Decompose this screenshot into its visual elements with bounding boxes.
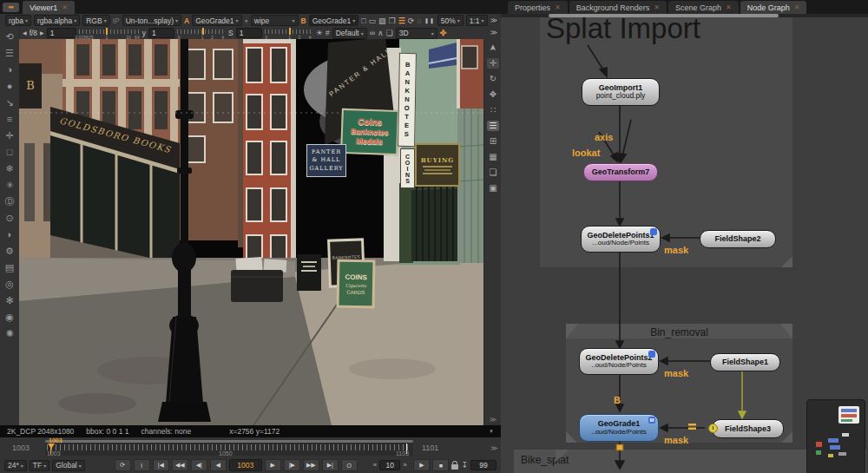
- render-download-icon[interactable]: ↧: [461, 461, 468, 470]
- node-geodeletepoints1[interactable]: GeoDeletePoints1 ...oud/Node/Points: [581, 226, 661, 253]
- next-keyframe-button[interactable]: ▶▶: [303, 459, 319, 471]
- playhead-marker[interactable]: [48, 443, 55, 449]
- range-out-field[interactable]: 1101: [422, 443, 438, 452]
- display-window-icon[interactable]: □: [361, 16, 365, 25]
- gamma-slider[interactable]: 0 1 2 4: [177, 28, 226, 39]
- contactsheet-icon[interactable]: ▦: [487, 152, 499, 162]
- filter-icon[interactable]: ●: [7, 81, 13, 91]
- frame-increment-field[interactable]: 10: [379, 460, 400, 470]
- roi-icon[interactable]: ❏: [386, 29, 393, 37]
- flipbook-play-button[interactable]: ▶: [413, 459, 430, 471]
- pane-menu-icon[interactable]: ➡: [3, 3, 19, 12]
- merge-icon[interactable]: ≡: [7, 114, 12, 124]
- step-back-button[interactable]: ◀|: [191, 459, 207, 471]
- tab-node-graph[interactable]: Node Graph✕: [740, 1, 807, 14]
- checker-icon[interactable]: ▨: [378, 16, 386, 25]
- stereo-icon[interactable]: ∞: [370, 29, 375, 37]
- pause-icon[interactable]: ❚❚: [424, 16, 435, 25]
- loop-mode-button[interactable]: ⟳: [115, 459, 131, 471]
- node-geograde1[interactable]: GeoGrade1 ..oud/Node/Points M: [579, 414, 659, 442]
- tab-scene-graph[interactable]: Scene Graph✕: [668, 1, 739, 14]
- gain-slider[interactable]: 0.015625 1 10 64: [79, 28, 140, 39]
- node-fieldshape2[interactable]: FieldShape2: [700, 230, 776, 248]
- stop-button[interactable]: ■: [432, 459, 449, 471]
- play-forward-button[interactable]: ▶: [265, 459, 281, 471]
- step-forward-button[interactable]: |▶: [284, 459, 300, 471]
- zoom-dropdown[interactable]: 50%▾: [437, 15, 464, 26]
- frame-icon[interactable]: ❏: [487, 168, 499, 178]
- timeline-scrollbar[interactable]: [45, 440, 413, 443]
- skew-icon[interactable]: ∷: [487, 105, 499, 115]
- node-graph-canvas[interactable]: Splat Import Bin_removal Bike_splat: [501, 17, 868, 473]
- tab-viewer1[interactable]: Viewer1 ✕: [23, 1, 75, 14]
- current-frame-field[interactable]: 1003: [229, 459, 262, 471]
- gain-next-icon[interactable]: ▶: [40, 29, 44, 37]
- transform-icon[interactable]: ↘: [5, 97, 13, 108]
- select-cursor-icon[interactable]: ➤: [488, 42, 498, 54]
- tab-properties[interactable]: Properties✕: [508, 1, 568, 14]
- fps-dropdown[interactable]: 24*▾: [4, 460, 27, 471]
- rotate-icon[interactable]: ↻: [487, 74, 499, 84]
- close-icon[interactable]: ✕: [555, 3, 561, 11]
- grid-icon[interactable]: #: [326, 29, 330, 37]
- snap-gizmo-icon[interactable]: ✜: [440, 29, 447, 37]
- time-icon[interactable]: ⟲: [5, 31, 13, 42]
- in-marker-button[interactable]: I: [134, 459, 150, 471]
- channel-icon[interactable]: ☰: [5, 48, 14, 58]
- viewer-canvas[interactable]: GOLDSBORO BOOKS B PANTER & HALL Coins Ba…: [19, 39, 483, 425]
- rows-icon[interactable]: ☰: [487, 121, 499, 131]
- timeline-strip[interactable]: 1003 1003 1050 1103: [45, 440, 413, 456]
- metadata-icon[interactable]: ◗: [7, 229, 13, 240]
- node-geotransform7[interactable]: GeoTransform7: [583, 163, 658, 181]
- gain-input[interactable]: 1: [47, 28, 76, 38]
- alpha-layer-dropdown[interactable]: rgba.alpha▾: [34, 15, 80, 26]
- sat-input[interactable]: 1: [236, 28, 262, 38]
- scanline-icon[interactable]: ☰: [398, 16, 405, 25]
- gain-prev-icon[interactable]: ◀: [23, 29, 27, 37]
- frame-range-dropdown[interactable]: Global▾: [52, 460, 85, 471]
- layers-icon[interactable]: ❐: [389, 16, 396, 25]
- overflow-chevron-icon[interactable]: ≫: [487, 415, 499, 425]
- close-icon[interactable]: ✕: [726, 3, 732, 11]
- particles-icon[interactable]: ❄: [5, 163, 13, 174]
- geometry-icon[interactable]: □: [7, 147, 13, 157]
- color-icon[interactable]: ◑: [7, 64, 13, 75]
- translate-icon[interactable]: ✛: [487, 58, 499, 69]
- channels-dropdown[interactable]: RGB▾: [82, 15, 109, 26]
- tab-background-renders[interactable]: Background Renders✕: [569, 1, 667, 14]
- node-geoimport1[interactable]: GeoImport1 point_cloud.ply: [582, 78, 660, 106]
- close-icon[interactable]: ✕: [62, 3, 68, 11]
- refresh-icon[interactable]: ⟳: [408, 16, 415, 25]
- format-icon[interactable]: ▭: [369, 16, 377, 25]
- viewer-process-dropdown[interactable]: Default▾: [332, 28, 367, 39]
- grid-view-icon[interactable]: ⊞: [487, 136, 499, 147]
- wipe-center-icon[interactable]: ●: [245, 17, 248, 23]
- range-in-field[interactable]: 1003: [12, 443, 30, 452]
- tf-dropdown[interactable]: TF▾: [30, 460, 49, 471]
- close-icon[interactable]: ✕: [654, 3, 660, 11]
- view-mode-dropdown[interactable]: 3D▾: [396, 28, 437, 39]
- overflow-chevron-icon[interactable]: ≫: [490, 16, 497, 25]
- crop-icon[interactable]: ▣: [487, 183, 499, 194]
- ocio-icon[interactable]: ◎: [5, 279, 14, 289]
- timeline-chevron-icon[interactable]: ≫: [490, 444, 497, 452]
- cache-size-field[interactable]: 99: [470, 460, 496, 470]
- curve-icon[interactable]: ∧: [378, 29, 384, 37]
- frame-dec-icon[interactable]: «: [373, 461, 377, 470]
- sat-slider[interactable]: 0 1 2 4: [265, 28, 313, 39]
- plugins-icon[interactable]: ✺: [5, 328, 13, 338]
- scatter-icon[interactable]: ✻: [5, 295, 13, 305]
- tools-icon[interactable]: ⚙: [5, 246, 14, 256]
- input-process-toggle[interactable]: IP: [113, 16, 120, 25]
- goto-start-button[interactable]: |◀: [153, 459, 169, 471]
- prev-keyframe-button[interactable]: ◀◀: [172, 459, 188, 471]
- toolsets-icon[interactable]: ▤: [5, 262, 14, 273]
- views-icon[interactable]: ⊙: [5, 213, 13, 223]
- lock-icon[interactable]: [451, 464, 458, 470]
- input-b-dropdown[interactable]: GeoGrade1▾: [309, 15, 358, 26]
- node-graph-minimap[interactable]: [806, 399, 865, 473]
- proxy-dropdown[interactable]: 1:1▾: [466, 15, 488, 26]
- region-icon[interactable]: ◌: [417, 16, 421, 25]
- out-marker-button[interactable]: O: [341, 459, 358, 471]
- input-a-dropdown[interactable]: GeoGrade1▾: [192, 15, 241, 26]
